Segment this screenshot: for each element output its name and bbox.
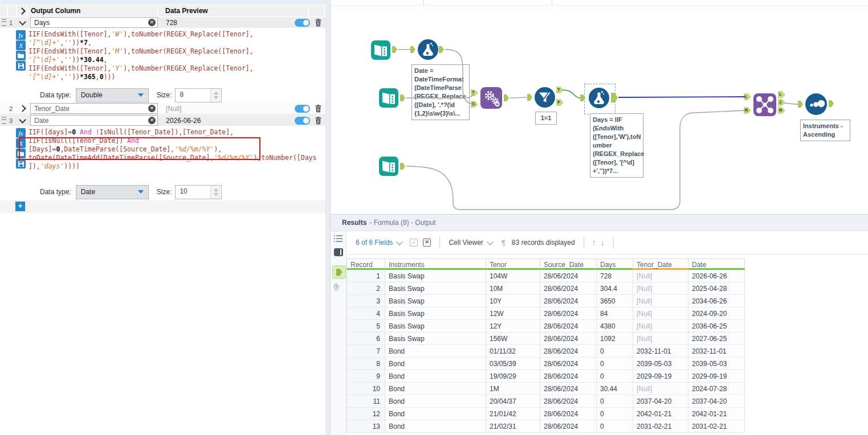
formula-row-date[interactable]: 3 Date ✕ 2026-06-26 [0,115,325,126]
config-list-icon[interactable] [334,235,343,244]
step-down-icon[interactable] [214,193,218,196]
fields-dropdown[interactable]: 6 of 6 Fields [356,239,393,247]
formula2-annotation[interactable]: Days = IIF (EndsWith ([Tenor],'W'),toN u… [590,113,643,178]
column-header-instruments[interactable]: Instruments [385,258,486,270]
expand-all-header[interactable] [17,5,27,17]
output-anchor[interactable] [439,46,444,53]
output-column-input[interactable]: Tenor_Date ✕ [30,103,158,114]
table-row[interactable]: 13Bond21/02/3128/06/202402031-02-212031-… [347,420,745,433]
table-row[interactable]: 10Bond1M28/06/202430.44[Null]2024-07-28 [347,383,745,395]
size-stepper[interactable] [210,89,221,102]
sort-tool[interactable] [805,93,828,117]
filter-tool[interactable] [534,87,556,110]
output-anchor[interactable] [400,163,405,170]
append-targets-anchor[interactable]: T [471,89,478,96]
functions-icon[interactable]: fx [16,30,26,40]
down-arrow-icon[interactable]: ↓ [601,238,605,247]
table-row[interactable]: 9Bond19/09/2928/06/202402029-09-192029-0… [347,370,745,383]
functions-icon[interactable]: fx [16,128,26,138]
data-type-dropdown[interactable]: Date [76,185,149,199]
sort-annotation[interactable]: Instruments - Ascending [800,120,850,141]
chevron-down-icon[interactable] [19,116,26,124]
step-up-icon[interactable] [214,188,218,191]
table-row[interactable]: 1Basis Swap104W28/06/2024728[Null]2026-0… [347,270,745,282]
select-fields-icon[interactable]: ✓ [410,239,418,247]
expression-code-days[interactable]: IIF(EndsWith([Tenor],'W'),toNumber(REGEX… [28,30,324,81]
table-row[interactable]: 12Bond21/01/4228/06/202402042-01-212042-… [347,408,745,420]
column-header-record[interactable]: Record [347,258,385,270]
help-icon[interactable]: ? [334,282,339,291]
variables-icon[interactable]: X [16,40,26,50]
table-row[interactable]: 6Basis Swap156W28/06/20241092[Null]2027-… [347,333,745,345]
size-stepper[interactable] [210,186,221,199]
save-icon[interactable] [16,61,26,71]
table-row[interactable]: 8Bond03/05/3928/06/202402039-05-032039-0… [347,358,745,370]
size-input[interactable]: 8 [175,88,222,102]
chevron-down-icon[interactable] [397,239,403,245]
filter-false-anchor[interactable]: F [556,99,564,106]
delete-icon[interactable] [315,104,322,113]
formula1-annotation[interactable]: Date = DateTimeFormat (DateTimeParse (RE… [411,64,470,120]
metadata-view-icon[interactable] [334,248,343,258]
chevron-down-icon[interactable] [19,18,26,26]
save-icon[interactable] [16,159,26,169]
chevron-right-icon[interactable] [19,105,26,112]
output-anchor[interactable] [400,95,405,101]
join-right-anchor[interactable]: R [744,107,751,114]
column-header-date[interactable]: Date [688,258,745,270]
enable-toggle[interactable] [295,19,310,27]
data-anchor-button[interactable] [332,265,346,279]
expression-editor-days[interactable]: fx X IIF(EndsWith([Tenor],'W'),toNumber(… [0,28,325,87]
column-header-tenor[interactable]: Tenor [486,258,540,270]
output-anchor[interactable] [392,46,397,53]
step-up-icon[interactable] [214,92,218,95]
join-tool[interactable] [753,93,777,118]
clear-icon[interactable]: ✕ [148,19,156,26]
workflow-canvas[interactable]: T S T F L R L J R Date = DateTimeFormat … [331,0,868,214]
whitespace-toggle-icon[interactable]: ¶ [502,239,506,247]
input-data-tool-2[interactable] [378,88,399,110]
filter-true-anchor[interactable]: T [556,87,564,93]
formula-tool-1[interactable] [417,39,439,62]
drag-handle-icon[interactable] [2,117,6,124]
output-anchor[interactable] [829,100,834,107]
output-column-input[interactable]: Days ✕ [30,17,158,28]
join-left-output-anchor[interactable]: L [778,91,785,98]
table-row[interactable]: 11Bond20/04/3728/06/202402037-04-202037-… [347,395,745,408]
table-row[interactable]: 5Basis Swap12Y28/06/20244380[Null]2036-0… [347,320,745,333]
filter-annotation[interactable]: 1=1 [535,112,557,125]
input-anchor[interactable] [798,101,803,108]
clear-icon[interactable]: ✕ [148,117,156,124]
formula-row-days[interactable]: 1 Days ✕ 728 [0,17,325,28]
column-header-tenor_date[interactable]: Tenor_Date [633,258,688,270]
clear-icon[interactable]: ✕ [148,105,156,112]
delete-icon[interactable] [315,116,322,125]
up-arrow-icon[interactable]: ↑ [592,238,596,247]
append-source-anchor[interactable]: S [471,101,478,108]
chevron-down-icon[interactable] [487,239,493,245]
open-folder-icon[interactable] [16,51,26,60]
results-title-bar[interactable]: Results - Formula (8) - Output [331,215,868,231]
append-fields-tool[interactable] [480,87,503,111]
input-data-tool-3[interactable] [378,156,399,178]
enable-toggle[interactable] [295,105,310,113]
table-row[interactable]: 7Bond01/11/3228/06/202402032-11-012032-1… [347,345,745,358]
data-type-dropdown[interactable]: Double [76,88,149,102]
formula-tool-2-selected[interactable] [588,87,610,110]
panel-splitter[interactable] [325,0,331,435]
column-header-source_date[interactable]: Source_Date [540,258,596,270]
join-right-output-anchor[interactable]: R [778,107,785,114]
results-data-grid[interactable]: RecordInstrumentsTenorSource_DateDaysTen… [347,258,745,433]
column-header-days[interactable]: Days [596,258,633,270]
table-row[interactable]: 4Basis Swap12W28/06/202484[Null]2024-09-… [347,307,745,320]
size-input[interactable]: 10 [175,185,222,199]
cell-viewer-dropdown[interactable]: Cell Viewer [449,239,483,247]
deselect-fields-icon[interactable]: ✕ [423,239,431,247]
join-left-anchor[interactable]: L [744,93,751,100]
input-anchor[interactable] [527,94,532,101]
add-column-button[interactable]: + [15,202,25,211]
input-anchor[interactable] [410,46,415,53]
delete-icon[interactable] [315,18,322,27]
table-row[interactable]: 3Basis Swap10Y28/06/20243650[Null]2034-0… [347,295,745,307]
step-down-icon[interactable] [214,96,218,99]
